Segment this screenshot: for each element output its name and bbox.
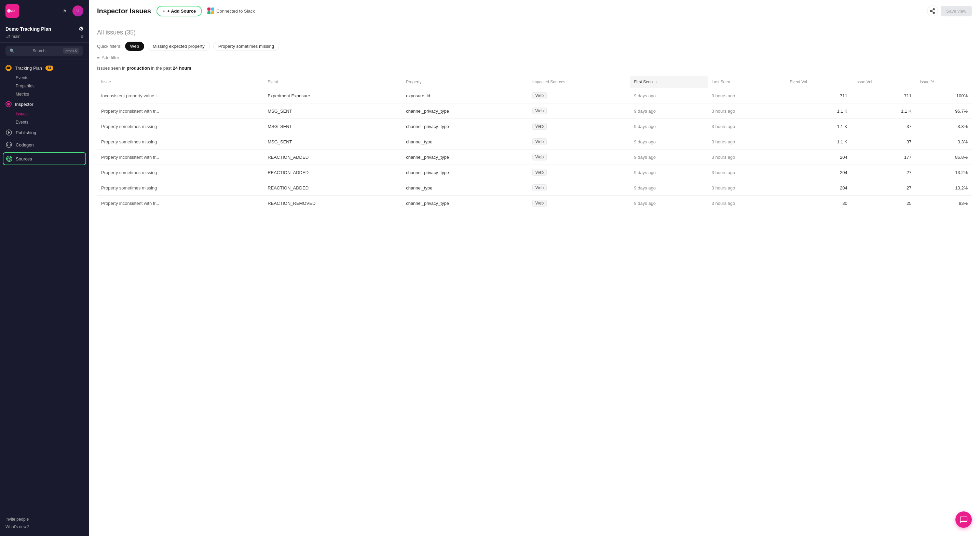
cell-first-seen: 9 days ago bbox=[630, 196, 708, 211]
publishing-label: Publishing bbox=[16, 130, 36, 135]
workspace-name: Demo Tracking Plan ⚙ bbox=[5, 25, 83, 32]
cell-issue-vol: 1.1 K bbox=[851, 103, 916, 119]
cell-first-seen: 9 days ago bbox=[630, 165, 708, 180]
search-box[interactable]: 🔍 Search cmd+K bbox=[5, 46, 83, 56]
settings-icon[interactable]: ⚙ bbox=[79, 25, 83, 32]
table-row[interactable]: Property inconsistent with tr... REACTIO… bbox=[97, 196, 972, 211]
table-row[interactable]: Property inconsistent with tr... MSG_SEN… bbox=[97, 103, 972, 119]
cell-property: channel_privacy_type bbox=[402, 149, 528, 165]
save-view-button[interactable]: Save view bbox=[941, 6, 972, 16]
main-header: Inspector Issues + + Add Source Connecte… bbox=[89, 0, 980, 22]
tracking-plan-subnav: Events Properties Metrics bbox=[0, 74, 89, 98]
cell-issue: Property sometimes missing bbox=[97, 165, 264, 180]
table-row[interactable]: Property sometimes missing MSG_SENT chan… bbox=[97, 134, 972, 149]
filter-sometimes-missing[interactable]: Property sometimes missing bbox=[213, 42, 279, 51]
workspace-section: Demo Tracking Plan ⚙ ⎇ main ≡ bbox=[0, 22, 89, 43]
inspector-label: Inspector bbox=[15, 102, 33, 107]
all-issues-header: All issues (35) bbox=[97, 29, 972, 36]
cell-last-seen: 3 hours ago bbox=[708, 134, 786, 149]
avatar[interactable]: U bbox=[72, 5, 83, 16]
sidebar-item-metrics[interactable]: Metrics bbox=[16, 90, 83, 98]
sidebar-item-properties[interactable]: Properties bbox=[16, 82, 83, 90]
cell-first-seen: 9 days ago bbox=[630, 119, 708, 134]
table-row[interactable]: Property sometimes missing REACTION_ADDE… bbox=[97, 180, 972, 196]
col-impacted-sources: Impacted Sources bbox=[528, 76, 630, 88]
chat-bubble-button[interactable] bbox=[955, 511, 972, 528]
sidebar-item-issues[interactable]: Issues bbox=[16, 110, 83, 118]
sidebar-header-icons: ⚑ U bbox=[60, 5, 83, 16]
sidebar-item-inspector[interactable]: Inspector bbox=[0, 98, 89, 110]
logo: VO bbox=[5, 4, 19, 18]
table-row[interactable]: Inconsistent property value t... Experim… bbox=[97, 88, 972, 103]
cell-issue: Property sometimes missing bbox=[97, 180, 264, 196]
cell-property: channel_privacy_type bbox=[402, 103, 528, 119]
cell-event-vol: 204 bbox=[786, 165, 851, 180]
plus-icon: + bbox=[163, 8, 165, 14]
svg-point-0 bbox=[7, 9, 11, 13]
cell-last-seen: 3 hours ago bbox=[708, 196, 786, 211]
cell-event: MSG_SENT bbox=[264, 119, 402, 134]
content-area: All issues (35) Quick filters: Web Missi… bbox=[89, 22, 980, 536]
slack-connected-button[interactable]: Connected to Slack bbox=[207, 8, 255, 14]
sources-icon bbox=[6, 156, 12, 162]
cell-event: REACTION_ADDED bbox=[264, 180, 402, 196]
cell-issue-vol: 27 bbox=[851, 165, 916, 180]
branch-options-icon[interactable]: ≡ bbox=[81, 34, 83, 39]
filter-missing-expected[interactable]: Missing expected property bbox=[148, 42, 210, 51]
cell-event: Experiment Exposure bbox=[264, 88, 402, 103]
cell-event-vol: 204 bbox=[786, 180, 851, 196]
filter-web[interactable]: Web bbox=[125, 42, 145, 51]
cell-property: channel_privacy_type bbox=[402, 165, 528, 180]
search-icon: 🔍 bbox=[10, 49, 15, 53]
sidebar-item-tracking-plan[interactable]: Tracking Plan 14 bbox=[0, 62, 89, 74]
slack-label: Connected to Slack bbox=[216, 8, 255, 14]
cell-last-seen: 3 hours ago bbox=[708, 180, 786, 196]
cell-issue-pct: 13.2% bbox=[915, 165, 972, 180]
cell-issue-pct: 83% bbox=[915, 196, 972, 211]
sidebar-header: VO ⚑ U bbox=[0, 0, 89, 22]
cell-source: Web bbox=[528, 149, 630, 165]
main-content: Inspector Issues + + Add Source Connecte… bbox=[89, 0, 980, 536]
cell-property: channel_type bbox=[402, 134, 528, 149]
flag-icon[interactable]: ⚑ bbox=[60, 6, 70, 16]
cell-issue-pct: 86.8% bbox=[915, 149, 972, 165]
col-last-seen: Last Seen bbox=[708, 76, 786, 88]
cell-issue: Inconsistent property value t... bbox=[97, 88, 264, 103]
cell-last-seen: 3 hours ago bbox=[708, 149, 786, 165]
quick-filters-label: Quick filters: bbox=[97, 44, 122, 49]
sidebar-item-publishing[interactable]: Publishing bbox=[0, 126, 89, 139]
col-first-seen[interactable]: First Seen ↓ bbox=[630, 76, 708, 88]
sidebar-item-events-inspector[interactable]: Events bbox=[16, 118, 83, 126]
add-filter-row[interactable]: ≡ Add filter bbox=[97, 55, 972, 60]
col-issue: Issue bbox=[97, 76, 264, 88]
invite-people-link[interactable]: Invite people bbox=[5, 515, 83, 523]
add-source-button[interactable]: + + Add Source bbox=[156, 6, 202, 16]
svg-point-3 bbox=[7, 103, 10, 106]
cell-event-vol: 1.1 K bbox=[786, 119, 851, 134]
search-row: 🔍 Search cmd+K bbox=[0, 43, 89, 59]
whats-new-link[interactable]: What's new? bbox=[5, 523, 83, 531]
cell-issue-vol: 25 bbox=[851, 196, 916, 211]
sidebar: VO ⚑ U Demo Tracking Plan ⚙ ⎇ main ≡ 🔍 S… bbox=[0, 0, 89, 536]
table-row[interactable]: Property sometimes missing MSG_SENT chan… bbox=[97, 119, 972, 134]
table-body: Inconsistent property value t... Experim… bbox=[97, 88, 972, 211]
branch-icon: ⎇ bbox=[5, 34, 10, 39]
cell-property: channel_privacy_type bbox=[402, 196, 528, 211]
cell-source: Web bbox=[528, 103, 630, 119]
sidebar-item-sources[interactable]: Sources bbox=[3, 152, 86, 165]
sidebar-item-events[interactable]: Events bbox=[16, 74, 83, 82]
tracking-plan-label: Tracking Plan bbox=[15, 65, 42, 71]
cell-first-seen: 9 days ago bbox=[630, 134, 708, 149]
cell-property: channel_privacy_type bbox=[402, 119, 528, 134]
cell-event: REACTION_REMOVED bbox=[264, 196, 402, 211]
sidebar-item-codegen[interactable]: Codegen bbox=[0, 139, 89, 151]
col-issue-pct: Issue % bbox=[915, 76, 972, 88]
svg-rect-2 bbox=[7, 66, 10, 70]
table-row[interactable]: Property sometimes missing REACTION_ADDE… bbox=[97, 165, 972, 180]
search-placeholder: Search bbox=[32, 49, 45, 53]
table-row[interactable]: Property inconsistent with tr... REACTIO… bbox=[97, 149, 972, 165]
share-button[interactable] bbox=[927, 5, 938, 16]
cell-source: Web bbox=[528, 165, 630, 180]
cell-source: Web bbox=[528, 134, 630, 149]
table-header: Issue Event Property Impacted Sources Fi… bbox=[97, 76, 972, 88]
